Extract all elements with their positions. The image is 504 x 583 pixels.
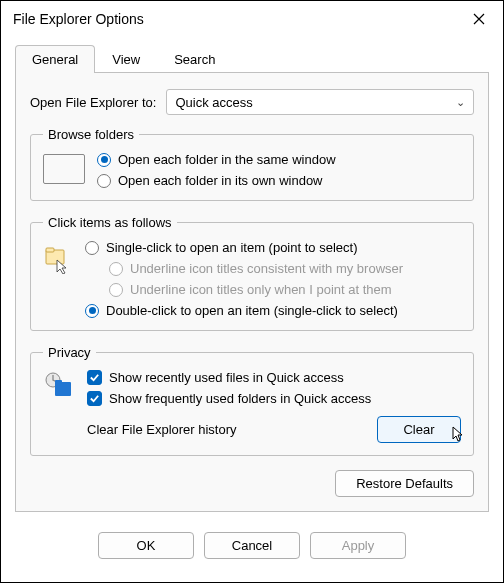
folder-cursor-icon <box>43 244 73 274</box>
radio-icon <box>97 153 111 167</box>
radio-icon <box>85 241 99 255</box>
svg-rect-1 <box>46 248 54 252</box>
cancel-button[interactable]: Cancel <box>204 532 300 559</box>
radio-icon <box>85 304 99 318</box>
browse-folders-group: Browse folders Open each folder in the s… <box>30 127 474 201</box>
chevron-down-icon: ⌄ <box>456 96 465 109</box>
radio-own-window[interactable]: Open each folder in its own window <box>97 173 461 188</box>
ok-button[interactable]: OK <box>98 532 194 559</box>
cursor-icon <box>451 426 467 442</box>
clear-history-label: Clear File Explorer history <box>87 422 377 437</box>
restore-defaults-button[interactable]: Restore Defaults <box>335 470 474 497</box>
tab-view[interactable]: View <box>95 45 157 73</box>
tab-general[interactable]: General <box>15 45 95 73</box>
radio-underline-browser: Underline icon titles consistent with my… <box>109 261 461 276</box>
radio-icon <box>109 283 123 297</box>
window-title: File Explorer Options <box>13 11 144 27</box>
privacy-icon <box>43 372 75 400</box>
radio-label: Underline icon titles only when I point … <box>130 282 392 297</box>
click-items-group: Click items as follows Single-click to o… <box>30 215 474 331</box>
tab-search[interactable]: Search <box>157 45 232 73</box>
radio-underline-point: Underline icon titles only when I point … <box>109 282 461 297</box>
close-button[interactable] <box>459 5 499 33</box>
svg-rect-3 <box>55 382 71 396</box>
checkbox-frequent-folders[interactable]: Show frequently used folders in Quick ac… <box>87 391 461 406</box>
checkbox-label: Show recently used files in Quick access <box>109 370 344 385</box>
radio-label: Single-click to open an item (point to s… <box>106 240 357 255</box>
radio-double-click[interactable]: Double-click to open an item (single-cli… <box>85 303 461 318</box>
radio-single-click[interactable]: Single-click to open an item (point to s… <box>85 240 461 255</box>
select-value: Quick access <box>175 95 252 110</box>
radio-label: Open each folder in its own window <box>118 173 323 188</box>
click-legend: Click items as follows <box>43 215 177 230</box>
window-icon <box>43 154 85 184</box>
clear-button[interactable]: Clear <box>377 416 461 443</box>
checkbox-recent-files[interactable]: Show recently used files in Quick access <box>87 370 461 385</box>
radio-icon <box>109 262 123 276</box>
privacy-group: Privacy Show recently used files in Quic… <box>30 345 474 456</box>
close-icon <box>473 13 485 25</box>
open-explorer-select[interactable]: Quick access ⌄ <box>166 89 474 115</box>
privacy-legend: Privacy <box>43 345 96 360</box>
checkbox-icon <box>87 391 102 406</box>
radio-icon <box>97 174 111 188</box>
radio-same-window[interactable]: Open each folder in the same window <box>97 152 461 167</box>
checkbox-icon <box>87 370 102 385</box>
radio-label: Open each folder in the same window <box>118 152 336 167</box>
checkbox-label: Show frequently used folders in Quick ac… <box>109 391 371 406</box>
radio-label: Double-click to open an item (single-cli… <box>106 303 398 318</box>
radio-label: Underline icon titles consistent with my… <box>130 261 403 276</box>
open-label: Open File Explorer to: <box>30 95 156 110</box>
apply-button: Apply <box>310 532 406 559</box>
browse-legend: Browse folders <box>43 127 139 142</box>
svg-rect-4 <box>55 380 62 384</box>
